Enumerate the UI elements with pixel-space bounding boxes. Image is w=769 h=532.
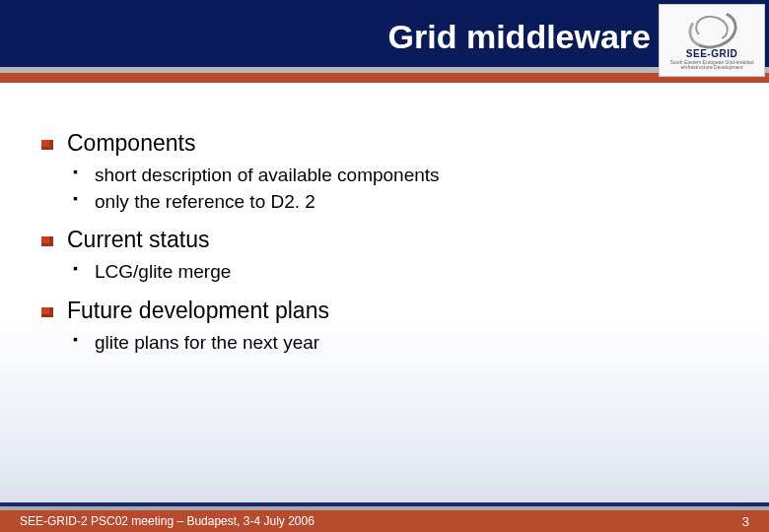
logo-name: SEE-GRID [686,48,737,59]
footer-text: SEE-GRID-2 PSC02 meeting – Budapest, 3-4… [20,514,315,528]
logo-subtitle: South Eastern European Grid-enabled eInf… [660,60,764,71]
slide-content: Components short description of availabl… [0,91,769,356]
list-item: LCG/glite merge [91,259,730,286]
logo: SEE-GRID South Eastern European Grid-ena… [659,4,765,77]
list-item: only the reference to D2. 2 [91,189,730,216]
section-items: short description of available component… [63,163,730,215]
list-item: short description of available component… [91,163,730,189]
slide-title: Grid middleware [388,18,651,56]
logo-swirl-icon [688,11,735,46]
slide-header: Grid middleware SEE-GRID South Eastern E… [0,0,769,91]
section-items: LCG/glite merge [63,259,730,286]
section-current-status: Current status LCG/glite merge [63,227,730,286]
section-components: Components short description of availabl… [63,130,730,215]
section-future-plans: Future development plans glite plans for… [63,298,730,357]
slide-footer: SEE-GRID-2 PSC02 meeting – Budapest, 3-4… [0,502,769,532]
section-heading: Current status [63,227,730,253]
header-divider-orange [0,73,769,83]
list-item: glite plans for the next year [91,330,730,357]
page-number: 3 [742,514,749,529]
title-bar: Grid middleware SEE-GRID South Eastern E… [0,0,769,67]
footer-bar: SEE-GRID-2 PSC02 meeting – Budapest, 3-4… [0,510,769,532]
section-heading: Components [63,130,730,157]
section-heading: Future development plans [63,298,730,324]
section-items: glite plans for the next year [63,330,730,357]
